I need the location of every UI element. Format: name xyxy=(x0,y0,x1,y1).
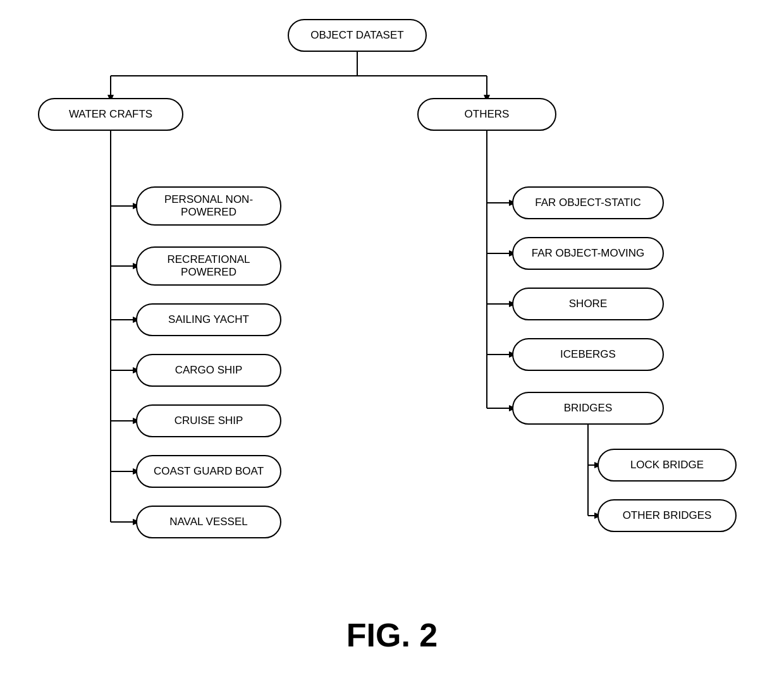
node-personal-non-powered: PERSONAL NON- POWERED xyxy=(136,186,281,226)
node-cruise-ship: CRUISE SHIP xyxy=(136,404,281,437)
diagram-container: OBJECT DATASET WATER CRAFTS OTHERS PERSO… xyxy=(0,0,784,600)
node-recreational-powered: RECREATIONAL POWERED xyxy=(136,246,281,286)
figure-label: FIG. 2 xyxy=(346,616,438,654)
node-lock-bridge: LOCK BRIDGE xyxy=(597,449,737,482)
node-other-bridges: OTHER BRIDGES xyxy=(597,499,737,532)
node-object-dataset: OBJECT DATASET xyxy=(288,19,427,52)
node-cargo-ship: CARGO SHIP xyxy=(136,354,281,387)
node-far-object-moving: FAR OBJECT-MOVING xyxy=(512,237,664,270)
node-shore: SHORE xyxy=(512,288,664,320)
node-bridges: BRIDGES xyxy=(512,392,664,425)
node-naval-vessel: NAVAL VESSEL xyxy=(136,506,281,538)
node-coast-guard-boat: COAST GUARD BOAT xyxy=(136,455,281,488)
node-others: OTHERS xyxy=(417,98,556,131)
node-sailing-yacht: SAILING YACHT xyxy=(136,303,281,336)
node-icebergs: ICEBERGS xyxy=(512,338,664,371)
node-water-crafts: WATER CRAFTS xyxy=(38,98,183,131)
node-far-object-static: FAR OBJECT-STATIC xyxy=(512,186,664,219)
